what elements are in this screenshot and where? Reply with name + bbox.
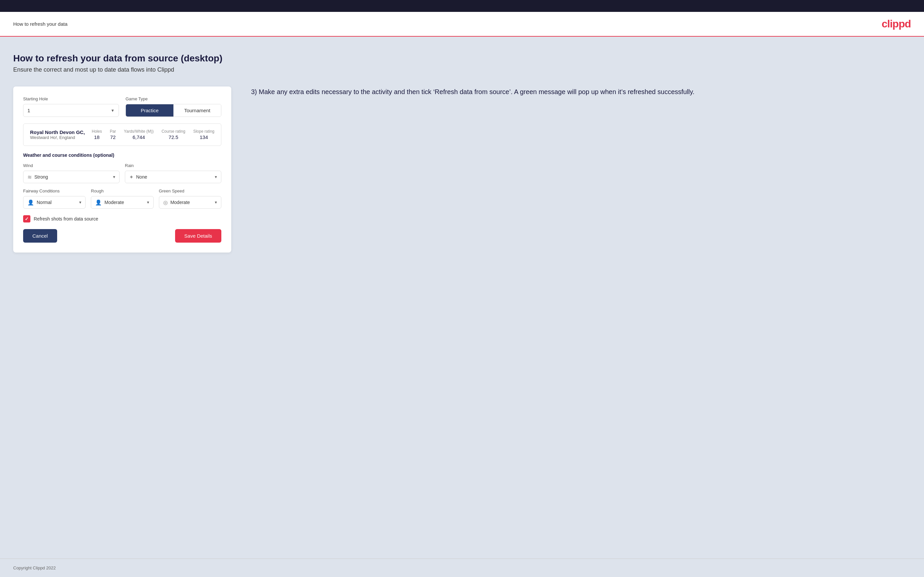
rain-select[interactable]: None Light Heavy [136,171,217,183]
refresh-checkbox-label: Refresh shots from data source [34,216,98,221]
rough-label: Rough [91,189,153,193]
copyright-text: Copyright Clippd 2022 [13,566,56,571]
page-title: How to refresh your data from source (de… [13,53,911,64]
rain-dropdown[interactable]: ✦ None Light Heavy ▼ [125,171,221,183]
footer: Copyright Clippd 2022 [0,559,924,577]
refresh-checkbox-row[interactable]: ✓ Refresh shots from data source [23,215,221,222]
course-name: Royal North Devon GC, [30,129,85,135]
holes-value: 18 [94,134,100,140]
fairway-dropdown[interactable]: 👤 Normal Soft Hard ▼ [23,196,86,209]
wind-group: Wind ≋ Strong Light None ▼ [23,163,120,183]
side-instructions: 3) Make any extra edits necessary to the… [251,87,911,97]
rain-label: Rain [125,163,221,168]
course-name-block: Royal North Devon GC, Westward Ho!, Engl… [30,129,85,140]
par-stat: Par 72 [110,129,116,140]
green-speed-group: Green Speed ◎ Moderate Slow Fast ▼ [159,189,221,209]
course-rating-value: 72.5 [168,134,178,140]
weather-section-label: Weather and course conditions (optional) [23,153,221,158]
conditions-row: Fairway Conditions 👤 Normal Soft Hard ▼ … [23,189,221,209]
logo: clippd [882,18,911,30]
wind-icon: ≋ [27,174,32,180]
green-speed-icon: ◎ [163,199,168,206]
practice-button[interactable]: Practice [126,104,173,116]
green-speed-dropdown[interactable]: ◎ Moderate Slow Fast ▼ [159,196,221,209]
tournament-button[interactable]: Tournament [173,104,221,116]
fairway-group: Fairway Conditions 👤 Normal Soft Hard ▼ [23,189,86,209]
holes-label: Holes [92,129,102,134]
starting-hole-group: Starting Hole 1 10 ▼ [23,97,119,117]
starting-hole-select[interactable]: 1 10 [23,104,119,116]
course-info-box: Royal North Devon GC, Westward Ho!, Engl… [23,124,221,146]
instruction-text: 3) Make any extra edits necessary to the… [251,87,911,97]
green-speed-select[interactable]: Moderate Slow Fast [170,197,217,208]
game-type-toggle: Practice Tournament [126,104,221,117]
refresh-checkbox[interactable]: ✓ [23,215,31,222]
starting-hole-select-wrapper[interactable]: 1 10 ▼ [23,104,119,117]
content-layout: Starting Hole 1 10 ▼ Game Type Practice … [13,87,911,253]
form-card: Starting Hole 1 10 ▼ Game Type Practice … [13,87,231,253]
fairway-label: Fairway Conditions [23,189,86,193]
yards-stat: Yards/White (M)) 6,744 [124,129,153,140]
course-rating-stat: Course rating 72.5 [162,129,185,140]
first-row: Starting Hole 1 10 ▼ Game Type Practice … [23,97,221,117]
rough-dropdown[interactable]: 👤 Moderate Light Heavy ▼ [91,196,153,209]
green-speed-label: Green Speed [159,189,221,193]
holes-stat: Holes 18 [92,129,102,140]
header: How to refresh your data clippd [0,12,924,37]
rough-group: Rough 👤 Moderate Light Heavy ▼ [91,189,153,209]
yards-value: 6,744 [132,134,145,140]
par-label: Par [110,129,116,134]
course-location: Westward Ho!, England [30,135,85,140]
starting-hole-label: Starting Hole [23,97,119,102]
wind-dropdown[interactable]: ≋ Strong Light None ▼ [23,171,120,183]
game-type-group: Game Type Practice Tournament [126,97,221,117]
wind-select[interactable]: Strong Light None [34,171,115,183]
checkmark-icon: ✓ [25,216,29,221]
weather-row: Wind ≋ Strong Light None ▼ Rain ✦ [23,163,221,183]
fairway-select[interactable]: Normal Soft Hard [37,197,81,208]
page-subtitle: Ensure the correct and most up to date d… [13,66,911,73]
breadcrumb: How to refresh your data [13,21,68,27]
course-rating-label: Course rating [162,129,185,134]
game-type-label: Game Type [126,97,221,102]
fairway-icon: 👤 [27,199,34,206]
slope-rating-stat: Slope rating 134 [193,129,215,140]
par-value: 72 [110,134,116,140]
rough-select[interactable]: Moderate Light Heavy [104,197,149,208]
wind-label: Wind [23,163,120,168]
rough-icon: 👤 [95,199,102,206]
slope-rating-value: 134 [200,134,208,140]
course-stats: Holes 18 Par 72 Yards/White (M)) 6,744 C… [92,129,215,140]
top-bar [0,0,924,12]
save-button[interactable]: Save Details [175,229,221,243]
button-row: Cancel Save Details [23,229,221,243]
rain-group: Rain ✦ None Light Heavy ▼ [125,163,221,183]
slope-rating-label: Slope rating [193,129,215,134]
cancel-button[interactable]: Cancel [23,229,57,243]
yards-label: Yards/White (M)) [124,129,153,134]
main-content: How to refresh your data from source (de… [0,37,924,559]
rain-icon: ✦ [129,174,134,180]
